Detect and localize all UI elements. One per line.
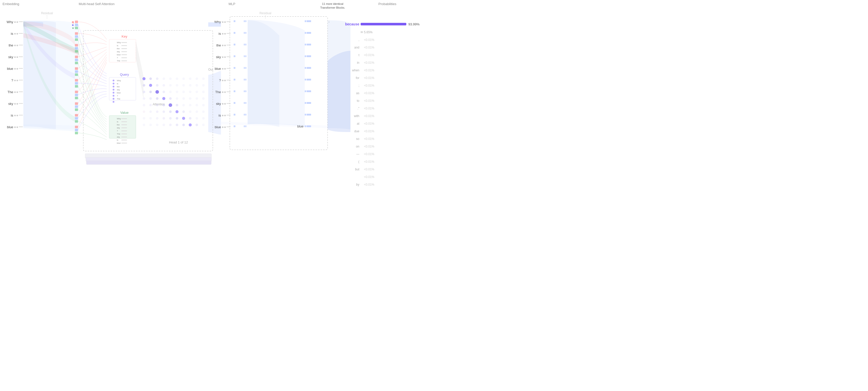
svg-line-135 (136, 57, 144, 97)
svg-rect-228 (224, 21, 226, 23)
main-container: Embedding Multi-head Self Attention MLP … (0, 0, 434, 195)
svg-point-215 (195, 124, 198, 126)
svg-text:?: ? (219, 78, 221, 82)
svg-text:sky: sky (117, 51, 120, 53)
svg-point-161 (169, 91, 172, 93)
svg-point-163 (182, 91, 185, 93)
svg-rect-67 (75, 114, 78, 117)
svg-point-165 (195, 91, 198, 93)
svg-point-160 (162, 91, 165, 93)
svg-rect-90 (121, 57, 127, 58)
svg-point-174 (189, 97, 191, 100)
svg-rect-14 (17, 56, 18, 58)
svg-rect-19 (19, 68, 23, 69)
svg-point-194 (189, 110, 191, 113)
svg-point-207 (143, 124, 145, 126)
svg-rect-23 (19, 80, 23, 80)
svg-text:sky: sky (117, 127, 120, 129)
svg-point-176 (202, 97, 205, 100)
svg-rect-323 (361, 31, 363, 33)
svg-text:<0.01%: <0.01% (364, 145, 374, 148)
svg-text:to: to (357, 99, 359, 103)
svg-text:with: with (354, 114, 359, 118)
svg-point-180 (162, 104, 165, 106)
svg-text:<0.01%: <0.01% (364, 129, 374, 133)
svg-rect-64 (75, 102, 78, 105)
svg-text:because: because (345, 22, 359, 26)
svg-text:<0.01%: <0.01% (364, 168, 374, 171)
svg-point-156 (202, 84, 205, 87)
svg-text:The: The (8, 90, 13, 94)
svg-rect-65 (75, 105, 78, 108)
svg-rect-17 (14, 68, 16, 70)
svg-point-206 (202, 117, 205, 120)
svg-text:Query: Query (120, 73, 129, 76)
svg-rect-227 (222, 21, 223, 23)
svg-text:blue: blue (215, 67, 221, 71)
visualization-canvas: Why is the sky blue ? (0, 0, 434, 195)
svg-point-139 (156, 77, 158, 80)
svg-point-105 (113, 92, 115, 94)
svg-rect-321 (361, 23, 406, 25)
svg-rect-240 (224, 56, 226, 58)
svg-rect-10 (17, 45, 18, 46)
svg-text:Q: Q (72, 21, 74, 23)
svg-rect-5 (14, 33, 16, 35)
svg-rect-27 (19, 91, 23, 92)
svg-point-149 (156, 84, 158, 87)
svg-rect-266 (230, 17, 328, 150)
svg-rect-270 (234, 32, 236, 34)
svg-point-153 (182, 84, 185, 87)
svg-text:Residual: Residual (259, 11, 272, 15)
svg-point-178 (149, 104, 152, 106)
svg-point-108 (113, 101, 115, 103)
svg-rect-295 (244, 114, 245, 116)
svg-rect-66 (75, 108, 78, 111)
svg-rect-29 (14, 103, 16, 105)
svg-text:when: when (352, 69, 359, 72)
svg-rect-318 (305, 125, 306, 127)
svg-point-193 (182, 110, 185, 113)
svg-rect-236 (224, 45, 226, 46)
svg-rect-252 (224, 91, 226, 93)
svg-rect-229 (226, 21, 230, 22)
svg-rect-291 (244, 90, 245, 92)
svg-text:The: The (117, 133, 120, 135)
svg-point-190 (162, 110, 165, 113)
svg-text:Q: Q (72, 21, 74, 23)
svg-rect-301 (305, 32, 306, 34)
svg-rect-282 (245, 32, 246, 34)
svg-rect-299 (305, 20, 306, 22)
svg-text:is: is (117, 121, 118, 123)
svg-point-159 (155, 90, 159, 94)
svg-point-202 (176, 117, 178, 120)
svg-rect-263 (222, 126, 223, 128)
svg-point-142 (176, 77, 178, 80)
svg-rect-264 (224, 126, 226, 128)
svg-text:<0.01%: <0.01% (364, 175, 374, 179)
svg-rect-309 (305, 79, 306, 80)
svg-text:—: — (356, 152, 359, 156)
svg-rect-312 (307, 90, 311, 92)
svg-point-102 (113, 83, 115, 85)
svg-point-208 (149, 124, 152, 126)
svg-text:<0.01%: <0.01% (364, 38, 374, 42)
svg-text:The: The (117, 60, 120, 62)
svg-rect-297 (244, 125, 245, 127)
svg-rect-44 (75, 27, 78, 29)
svg-rect-89 (121, 54, 127, 55)
svg-point-197 (143, 117, 145, 120)
svg-text:due: due (354, 129, 359, 133)
transformer-note: 11 more identical Transformer Blocks. (317, 2, 348, 10)
svg-text:is: is (117, 139, 118, 141)
svg-text:by: by (356, 183, 359, 186)
svg-rect-52 (75, 56, 78, 58)
svg-rect-271 (234, 44, 236, 45)
svg-text:sky: sky (8, 55, 13, 59)
svg-text:<0.01%: <0.01% (364, 46, 374, 49)
svg-text:Attention: Attention (153, 103, 164, 106)
svg-text:blue: blue (297, 124, 304, 128)
svg-rect-55 (75, 67, 78, 70)
svg-text:93.99%: 93.99% (408, 22, 420, 26)
svg-rect-308 (307, 67, 311, 69)
